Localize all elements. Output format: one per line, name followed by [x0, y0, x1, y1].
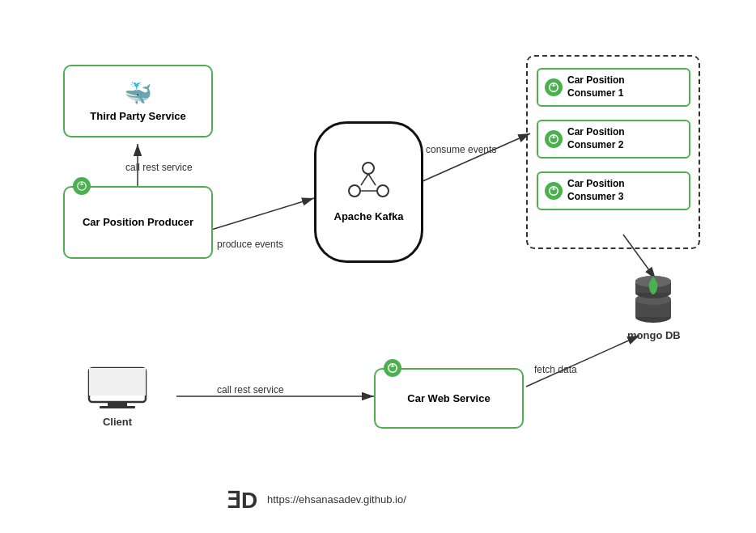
webservice-spring-icon: [384, 359, 401, 377]
svg-line-7: [526, 336, 639, 387]
consumer-3-box: Car PositionConsumer 3: [537, 171, 690, 210]
svg-line-13: [361, 174, 368, 185]
consumer1-spring-icon: [545, 78, 563, 96]
footer: ƎD https://ehsanasadev.github.io/: [227, 485, 406, 514]
svg-rect-32: [89, 368, 146, 396]
producer-label: Car Position Producer: [83, 216, 193, 230]
producer-box: Car Position Producer: [63, 186, 213, 259]
svg-rect-33: [108, 402, 127, 406]
call-rest-label: call rest service: [125, 162, 193, 173]
third-party-label: Third Party Service: [90, 110, 186, 122]
consume-events-label: consume events: [426, 144, 496, 155]
produce-events-label: produce events: [217, 239, 283, 250]
ed-logo: ƎD: [227, 485, 259, 514]
svg-line-14: [368, 174, 376, 185]
consumer-2-box: Car PositionConsumer 2: [537, 120, 690, 159]
consumer3-label: Car PositionConsumer 3: [567, 178, 625, 203]
third-party-service-box: 🐳 Third Party Service: [63, 65, 213, 137]
call-rest-client-label: call rest service: [217, 384, 284, 396]
consumer2-label: Car PositionConsumer 2: [567, 126, 625, 151]
mongodb-icon: [627, 275, 680, 328]
car-web-service-box: Car Web Service: [374, 368, 524, 429]
mongodb-container: mongo DB: [627, 275, 681, 341]
car-web-service-label: Car Web Service: [407, 392, 490, 404]
kafka-icon: [346, 160, 391, 205]
client-container: Client: [85, 364, 150, 428]
producer-spring-icon: [73, 177, 91, 195]
svg-point-11: [349, 185, 360, 197]
fetch-data-label: fetch data: [534, 364, 577, 375]
mongodb-label: mongo DB: [627, 329, 681, 341]
svg-line-3: [209, 198, 314, 231]
footer-url: https://ehsanasadev.github.io/: [267, 493, 406, 506]
svg-rect-34: [100, 406, 135, 408]
kafka-label: Apache Kafka: [334, 209, 404, 224]
docker-icon: 🐳: [124, 80, 152, 107]
svg-line-4: [421, 133, 530, 182]
svg-point-12: [377, 185, 389, 197]
client-icon: [85, 364, 150, 412]
svg-point-10: [363, 163, 374, 174]
kafka-box: Apache Kafka: [314, 121, 423, 263]
client-label: Client: [103, 416, 132, 428]
consumer2-spring-icon: [545, 130, 563, 148]
consumer-1-box: Car PositionConsumer 1: [537, 68, 690, 107]
consumer1-label: Car PositionConsumer 1: [567, 74, 625, 99]
diagram: 🐳 Third Party Service Car Position Produ…: [0, 0, 756, 533]
svg-text:ƎD: ƎD: [227, 488, 257, 513]
consumer3-spring-icon: [545, 182, 563, 200]
